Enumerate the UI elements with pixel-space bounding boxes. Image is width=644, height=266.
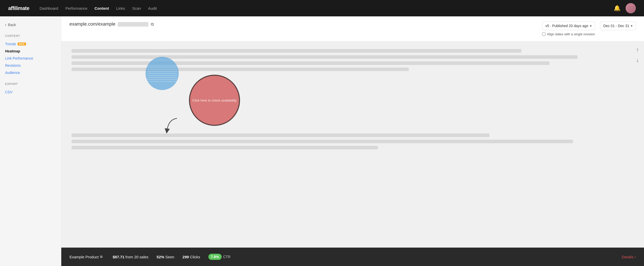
details-label: Details xyxy=(622,255,634,259)
url-text: example.com/example xyxy=(69,21,115,27)
nav-links-item[interactable]: Links xyxy=(116,6,125,10)
content-header: example.com/example ⧉ v5 · Published 20 … xyxy=(61,16,644,41)
export-section-label: EXPORT xyxy=(5,82,56,85)
heatmap-bubble-blue[interactable] xyxy=(146,57,179,90)
nav-scan[interactable]: Scan xyxy=(132,6,141,10)
nav-links: Dashboard Performance Content Links Scan… xyxy=(40,6,157,10)
align-dates-checkbox[interactable] xyxy=(542,32,545,36)
revision-label: v5 · Published 20 days ago xyxy=(545,24,588,28)
trends-label: Trends xyxy=(5,42,16,46)
revenue-suffix: from 20 sales xyxy=(125,255,148,259)
avatar-image xyxy=(626,3,636,13)
bell-icon[interactable]: 🔔 xyxy=(614,5,621,12)
ctr-badge: 7.8% xyxy=(208,254,222,260)
export-section: EXPORT CSV xyxy=(5,82,56,96)
link-performance-label: Link Performance xyxy=(5,56,33,60)
page-layout: ‹ Back CONTENT Trends NEW Heatmap Link P… xyxy=(0,16,644,266)
nav-audit[interactable]: Audit xyxy=(148,6,157,10)
content-section: CONTENT Trends NEW Heatmap Link Performa… xyxy=(5,34,56,76)
page-url: example.com/example xyxy=(69,21,148,27)
content-line xyxy=(71,61,550,65)
bubble-red-label: Click here to check availability xyxy=(192,98,236,102)
seen-value: 52% xyxy=(157,255,164,259)
nav-performance[interactable]: Performance xyxy=(65,6,87,10)
heatmap-bubble-red[interactable]: Click here to check availability xyxy=(189,75,240,126)
header-controls: v5 · Published 20 days ago ▾ Align dates… xyxy=(542,21,636,36)
date-range-label: Dec 01 - Dec 31 xyxy=(603,24,629,28)
revision-selector[interactable]: v5 · Published 20 days ago ▾ xyxy=(542,21,595,30)
external-link-icon[interactable]: ⧉ xyxy=(151,22,154,27)
clicks-value: 299 xyxy=(183,255,189,259)
bottom-revenue: $87.71 from 20 sales xyxy=(113,255,148,259)
back-arrow-icon: ‹ xyxy=(5,23,6,27)
sidebar-item-link-performance[interactable]: Link Performance xyxy=(5,55,56,62)
content-line xyxy=(71,134,490,137)
content-line xyxy=(71,55,578,59)
sidebar-item-audience[interactable]: Audience xyxy=(5,69,56,76)
date-chevron-down-icon: ▾ xyxy=(631,24,633,28)
scroll-up-icon: ↑ xyxy=(636,47,639,53)
nav-dashboard[interactable]: Dashboard xyxy=(40,6,58,10)
scroll-up-button[interactable]: ↑ xyxy=(636,47,639,53)
url-blur xyxy=(118,22,148,27)
scroll-down-button[interactable]: ↓ xyxy=(636,57,639,63)
scroll-down-icon: ↓ xyxy=(636,57,639,63)
navbar: affilimate Dashboard Performance Content… xyxy=(0,0,644,16)
back-label: Back xyxy=(8,23,16,27)
bottom-seen: 52% Seen xyxy=(157,255,174,259)
back-link[interactable]: ‹ Back xyxy=(5,23,56,27)
sidebar-item-heatmap[interactable]: Heatmap xyxy=(5,48,56,55)
sidebar-item-revisions[interactable]: Revisions xyxy=(5,62,56,69)
revision-controls: v5 · Published 20 days ago ▾ Align dates… xyxy=(542,21,595,36)
chevron-down-icon: ▾ xyxy=(590,24,592,28)
align-dates-label: Align dates with a single revision xyxy=(547,32,595,36)
clicks-label-text: Clicks xyxy=(190,255,200,259)
revisions-label: Revisions xyxy=(5,63,21,68)
revenue-value: $87.71 xyxy=(113,255,124,259)
nav-content[interactable]: Content xyxy=(94,6,109,10)
audience-label: Audience xyxy=(5,71,20,75)
content-line xyxy=(71,140,573,143)
logo[interactable]: affilimate xyxy=(8,5,29,11)
content-line xyxy=(71,68,409,71)
sidebar-item-csv[interactable]: CSV xyxy=(5,88,56,96)
sidebar: ‹ Back CONTENT Trends NEW Heatmap Link P… xyxy=(0,16,61,266)
product-name: Example Product xyxy=(69,255,99,259)
product-external-link-icon[interactable]: ⧉ xyxy=(100,255,102,259)
details-link[interactable]: Details › xyxy=(622,254,636,259)
avatar[interactable] xyxy=(626,3,636,13)
bottom-bar: Example Product ⧉ $87.71 from 20 sales 5… xyxy=(61,248,644,266)
content-lines-mid xyxy=(71,98,629,152)
navbar-left: affilimate Dashboard Performance Content… xyxy=(8,5,157,11)
heatmap-area: ↑ ↓ xyxy=(61,41,644,248)
csv-label: CSV xyxy=(5,90,13,94)
date-range-selector[interactable]: Dec 01 - Dec 31 ▾ xyxy=(600,21,636,30)
main-content: example.com/example ⧉ v5 · Published 20 … xyxy=(61,16,644,266)
align-dates-row: Align dates with a single revision xyxy=(542,32,595,36)
page-url-row: example.com/example ⧉ xyxy=(69,21,154,27)
details-chevron-icon: › xyxy=(635,254,636,259)
heatmap-label: Heatmap xyxy=(5,49,20,53)
ctr-label: CTR xyxy=(223,255,231,259)
sidebar-item-trends[interactable]: Trends NEW xyxy=(5,40,56,48)
bottom-clicks: 299 Clicks xyxy=(183,255,200,259)
new-badge: NEW xyxy=(18,42,26,46)
content-section-label: CONTENT xyxy=(5,34,56,37)
content-line xyxy=(71,146,378,149)
content-line xyxy=(71,49,521,53)
seen-label-text: Seen xyxy=(165,255,174,259)
navbar-right: 🔔 xyxy=(614,3,636,13)
bottom-product: Example Product ⧉ xyxy=(69,255,102,259)
